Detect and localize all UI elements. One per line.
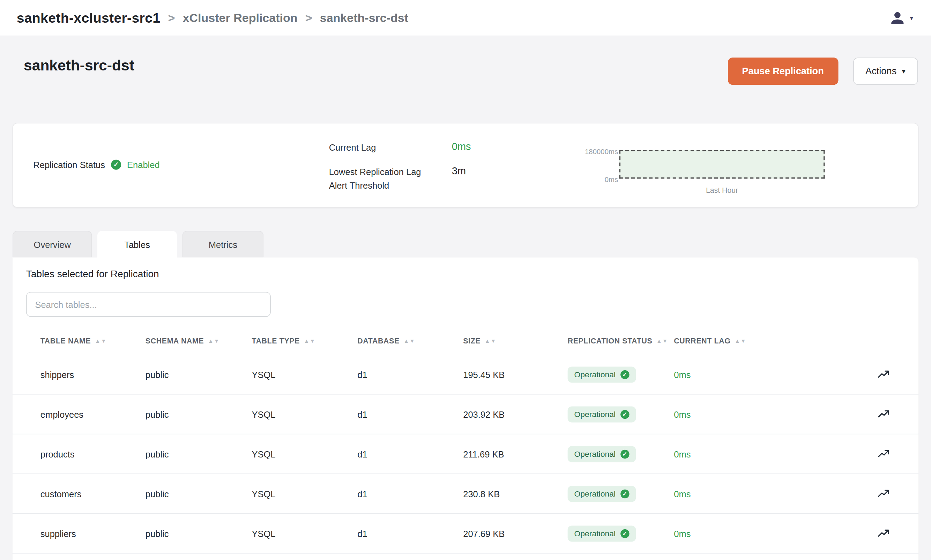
- column-header-table-name[interactable]: TABLE NAME▲▼: [40, 337, 145, 345]
- table-row: customers public YSQL d1 230.8 KB Operat…: [12, 474, 919, 514]
- cell-current-lag: 0ms: [674, 528, 870, 538]
- lag-threshold-label: Lowest Replication Lag Alert Threshold: [329, 165, 421, 192]
- check-circle-icon: ✓: [620, 489, 629, 498]
- cell-size: 195.45 KB: [463, 369, 567, 379]
- sort-icon: ▲▼: [485, 338, 496, 344]
- chevron-right-icon: >: [305, 11, 312, 25]
- lag-threshold-value: 3m: [452, 166, 466, 177]
- tables-panel: Tables selected for Replication TABLE NA…: [12, 257, 919, 560]
- sort-icon: ▲▼: [735, 338, 746, 344]
- cell-table-name: employees: [40, 409, 145, 419]
- cell-current-lag: 0ms: [674, 369, 870, 379]
- column-header-table-type[interactable]: TABLE TYPE▲▼: [251, 337, 357, 345]
- cell-table-name: suppliers: [40, 528, 145, 538]
- current-lag-value: 0ms: [452, 141, 471, 153]
- cell-table-type: YSQL: [251, 528, 357, 538]
- cell-database: d1: [357, 409, 463, 419]
- lag-sparkline-chart: [620, 150, 825, 178]
- sort-icon: ▲▼: [208, 338, 220, 344]
- line-chart-icon: [877, 527, 890, 540]
- sort-icon: ▲▼: [95, 338, 107, 344]
- replication-status-label: Replication Status: [33, 160, 105, 170]
- replication-status-card: Replication Status ✓ Enabled Current Lag…: [12, 123, 919, 208]
- cell-schema-name: public: [145, 369, 252, 379]
- cell-size: 207.69 KB: [463, 528, 567, 538]
- cell-current-lag: 0ms: [674, 409, 870, 419]
- table-row: employees public YSQL d1 203.92 KB Opera…: [12, 395, 919, 434]
- breadcrumb: sanketh-xcluster-src1 > xCluster Replica…: [17, 10, 408, 26]
- check-circle-icon: ✓: [620, 449, 629, 458]
- status-badge: Operational✓: [568, 446, 636, 462]
- lag-threshold-label-line2: Alert Threshold: [329, 178, 421, 192]
- cell-table-type: YSQL: [251, 369, 357, 379]
- replication-status-value: Enabled: [127, 160, 160, 170]
- column-header-database[interactable]: DATABASE▲▼: [357, 337, 463, 345]
- lag-graph-button[interactable]: [870, 368, 897, 381]
- cell-database: d1: [357, 449, 463, 459]
- cell-table-type: YSQL: [251, 409, 357, 419]
- line-chart-icon: [877, 487, 890, 500]
- cell-schema-name: public: [145, 409, 252, 419]
- lag-chart-ymax-label: 180000ms: [570, 148, 618, 156]
- lag-graph-button[interactable]: [870, 448, 897, 460]
- cell-schema-name: public: [145, 528, 252, 538]
- tab-tables[interactable]: Tables: [97, 231, 177, 258]
- cell-database: d1: [357, 528, 463, 538]
- page: sanketh-xcluster-src1 > xCluster Replica…: [0, 0, 931, 560]
- user-icon: [890, 10, 906, 26]
- cell-database: d1: [357, 489, 463, 498]
- search-input[interactable]: [26, 292, 271, 317]
- breadcrumb-universe-link[interactable]: sanketh-xcluster-src1: [17, 10, 160, 26]
- current-lag-label: Current Lag: [329, 142, 376, 152]
- cell-database: d1: [357, 369, 463, 379]
- column-header-size[interactable]: SIZE▲▼: [463, 337, 567, 345]
- actions-button-label: Actions: [865, 66, 896, 77]
- tab-metrics[interactable]: Metrics: [182, 231, 264, 258]
- breadcrumb-section-link[interactable]: xCluster Replication: [183, 11, 297, 25]
- user-menu[interactable]: ▾: [890, 10, 913, 26]
- cell-size: 203.92 KB: [463, 409, 567, 419]
- table-row: suppliers public YSQL d1 207.69 KB Opera…: [12, 514, 919, 554]
- column-header-replication-status[interactable]: REPLICATION STATUS▲▼: [568, 337, 674, 345]
- pause-replication-button[interactable]: Pause Replication: [728, 57, 838, 85]
- cell-table-name: customers: [40, 489, 145, 498]
- lag-graph-button[interactable]: [870, 527, 897, 540]
- status-badge: Operational✓: [568, 526, 636, 542]
- status-badge: Operational✓: [568, 486, 636, 502]
- lag-chart-ymin-label: 0ms: [570, 176, 618, 184]
- cell-schema-name: public: [145, 449, 252, 459]
- sort-icon: ▲▼: [657, 338, 668, 344]
- header-actions: Pause Replication Actions ▾: [728, 57, 918, 85]
- caret-down-icon: ▾: [910, 14, 913, 22]
- cell-table-type: YSQL: [251, 489, 357, 498]
- lag-threshold-label-line1: Lowest Replication Lag: [329, 165, 421, 178]
- status-badge: Operational✓: [568, 366, 636, 383]
- table-row: shippers public YSQL d1 195.45 KB Operat…: [12, 355, 919, 395]
- lag-graph-button[interactable]: [870, 487, 897, 500]
- lag-chart-xaxis-label: Last Hour: [620, 186, 825, 195]
- tables-panel-heading: Tables selected for Replication: [26, 268, 159, 279]
- column-header-schema-name[interactable]: SCHEMA NAME▲▼: [145, 337, 252, 345]
- check-circle-icon: ✓: [620, 410, 629, 419]
- sort-icon: ▲▼: [404, 338, 416, 344]
- status-badge: Operational✓: [568, 406, 636, 422]
- cell-size: 211.69 KB: [463, 449, 567, 459]
- sort-icon: ▲▼: [304, 338, 316, 344]
- table-header-row: TABLE NAME▲▼ SCHEMA NAME▲▼ TABLE TYPE▲▼ …: [12, 328, 919, 355]
- page-title: sanketh-src-dst: [24, 57, 134, 74]
- line-chart-icon: [877, 368, 890, 381]
- tab-overview[interactable]: Overview: [12, 231, 92, 258]
- cell-table-name: shippers: [40, 369, 145, 379]
- caret-down-icon: ▾: [902, 67, 906, 75]
- actions-button[interactable]: Actions ▾: [853, 57, 918, 85]
- cell-current-lag: 0ms: [674, 449, 870, 459]
- cell-size: 230.8 KB: [463, 489, 567, 498]
- line-chart-icon: [877, 408, 890, 420]
- line-chart-icon: [877, 448, 890, 460]
- lag-graph-button[interactable]: [870, 408, 897, 420]
- cell-schema-name: public: [145, 489, 252, 498]
- check-circle-icon: ✓: [620, 529, 629, 538]
- tab-bar: Overview Tables Metrics: [12, 231, 264, 258]
- column-header-current-lag[interactable]: CURRENT LAG▲▼: [674, 337, 870, 345]
- chevron-right-icon: >: [168, 11, 175, 25]
